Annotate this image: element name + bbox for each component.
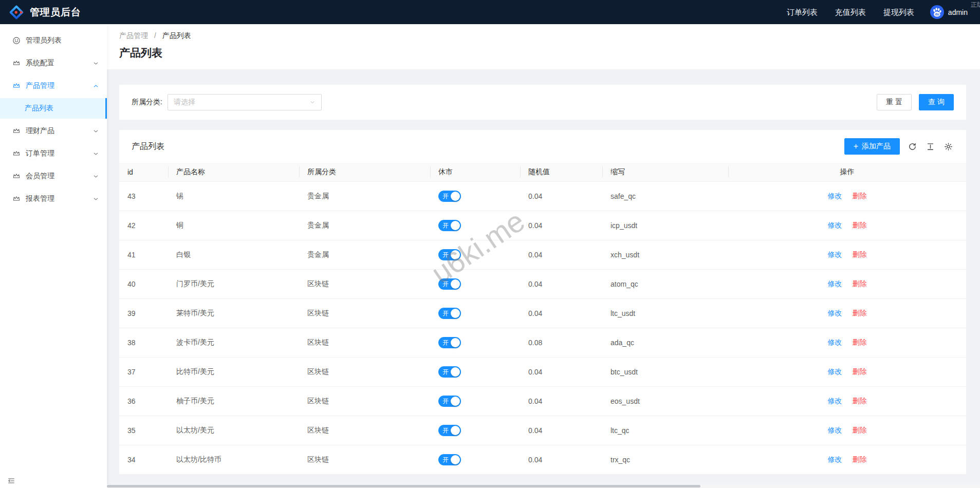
cell-category: 贵金属 <box>299 211 430 240</box>
col-header-random: 随机值 <box>520 163 602 182</box>
cell-actions: 修改 删除 <box>728 299 966 328</box>
toggle-knob <box>451 250 460 259</box>
menu-fold-icon[interactable] <box>7 477 15 485</box>
settings-gear-icon[interactable] <box>943 141 954 152</box>
horizontal-scrollbar <box>107 484 980 488</box>
delete-link[interactable]: 删除 <box>852 426 866 434</box>
chevron-down-icon <box>93 151 99 157</box>
delete-link[interactable]: 删除 <box>852 455 866 463</box>
market-toggle[interactable]: 开 <box>438 308 461 319</box>
toggle-on-label: 开 <box>442 425 449 436</box>
delete-link[interactable]: 删除 <box>852 367 866 376</box>
user-menu[interactable]: du admin <box>923 5 973 19</box>
cell-random-value: 0.04 <box>520 211 602 240</box>
delete-link[interactable]: 删除 <box>852 397 866 405</box>
scrollbar-thumb[interactable] <box>107 485 700 487</box>
page-header: 产品管理 / 产品列表 产品列表 <box>107 24 980 69</box>
sidebar-item-report-management[interactable]: 报表管理 <box>0 189 107 209</box>
market-toggle[interactable]: 开 <box>438 366 461 378</box>
table-toolbar: 产品列表 + 添加产品 <box>119 130 966 163</box>
reload-icon[interactable] <box>907 141 918 152</box>
breadcrumb-parent[interactable]: 产品管理 <box>119 31 148 40</box>
col-header-id: id <box>119 163 168 182</box>
edit-link[interactable]: 修改 <box>828 309 842 317</box>
cell-random-value: 0.04 <box>520 299 602 328</box>
delete-link[interactable]: 删除 <box>852 309 866 317</box>
category-select[interactable]: 请选择 <box>168 94 322 110</box>
add-product-label: 添加产品 <box>862 142 891 151</box>
sidebar-item-system-config[interactable]: 系统配置 <box>0 53 107 73</box>
cell-abbreviation: safe_qc <box>602 182 728 211</box>
market-toggle[interactable]: 开 <box>438 337 461 348</box>
cell-category: 区块链 <box>299 416 430 445</box>
edit-link[interactable]: 修改 <box>828 250 842 258</box>
cell-random-value: 0.08 <box>520 328 602 358</box>
nav-link-orders[interactable]: 订单列表 <box>778 0 826 24</box>
market-toggle[interactable]: 开 <box>438 454 461 465</box>
cell-market: 开 <box>430 182 520 211</box>
col-header-abbr: 缩写 <box>602 163 728 182</box>
reset-button[interactable]: 重 置 <box>877 94 912 110</box>
sidebar-item-financial-products[interactable]: 理财产品 <box>0 121 107 141</box>
market-toggle[interactable]: 开 <box>438 249 461 260</box>
delete-link[interactable]: 删除 <box>852 192 866 200</box>
cell-abbreviation: ltc_usdt <box>602 299 728 328</box>
edit-link[interactable]: 修改 <box>828 338 842 346</box>
sidebar-item-product-management[interactable]: 产品管理 <box>0 76 107 96</box>
select-placeholder: 请选择 <box>174 98 195 107</box>
cell-category: 区块链 <box>299 358 430 387</box>
edit-link[interactable]: 修改 <box>828 279 842 288</box>
edit-link[interactable]: 修改 <box>828 192 842 200</box>
col-header-actions: 操作 <box>728 163 966 182</box>
cell-market: 开 <box>430 416 520 445</box>
toggle-on-label: 开 <box>442 366 449 378</box>
cell-random-value: 0.04 <box>520 240 602 270</box>
cell-abbreviation: atom_qc <box>602 270 728 299</box>
cell-id: 40 <box>119 270 168 299</box>
sidebar-item-product-list[interactable]: 产品列表 <box>0 98 107 119</box>
cell-abbreviation: ada_qc <box>602 328 728 358</box>
category-filter-label: 所属分类: <box>132 98 162 107</box>
cell-actions: 修改 删除 <box>728 358 966 387</box>
delete-link[interactable]: 删除 <box>852 338 866 346</box>
delete-link[interactable]: 删除 <box>852 279 866 288</box>
edit-link[interactable]: 修改 <box>828 455 842 463</box>
edit-link[interactable]: 修改 <box>828 397 842 405</box>
search-button[interactable]: 查 询 <box>919 94 954 110</box>
crown-icon <box>12 172 21 180</box>
sidebar-item-order-management[interactable]: 订单管理 <box>0 143 107 164</box>
cell-id: 38 <box>119 328 168 358</box>
toggle-on-label: 开 <box>442 337 449 348</box>
edit-link[interactable]: 修改 <box>828 221 842 229</box>
cell-actions: 修改 删除 <box>728 270 966 299</box>
cell-product-name: 门罗币/美元 <box>168 270 299 299</box>
cell-random-value: 0.04 <box>520 445 602 475</box>
sidebar-item-member-management[interactable]: 会员管理 <box>0 166 107 186</box>
edit-link[interactable]: 修改 <box>828 367 842 376</box>
delete-link[interactable]: 删除 <box>852 221 866 229</box>
cell-abbreviation: trx_qc <box>602 445 728 475</box>
content-area: 产品管理 / 产品列表 产品列表 所属分类: 请选择 重 置 查 询 产品列表 <box>107 24 980 488</box>
app-title: 管理员后台 <box>30 6 81 19</box>
add-product-button[interactable]: + 添加产品 <box>844 138 900 155</box>
market-toggle[interactable]: 开 <box>438 220 461 231</box>
market-toggle[interactable]: 开 <box>438 278 461 290</box>
column-height-icon[interactable] <box>925 141 936 152</box>
products-table: id 产品名称 所属分类 休市 随机值 缩写 操作 43 锡 贵金属 开 0. <box>119 163 966 475</box>
chevron-down-icon <box>93 61 99 66</box>
toolbar-actions: + 添加产品 <box>844 138 954 155</box>
table-card-title: 产品列表 <box>132 141 164 152</box>
table-row: 42 铜 贵金属 开 0.04 icp_usdt 修改 删除 <box>119 211 966 240</box>
cell-product-name: 白银 <box>168 240 299 270</box>
edit-link[interactable]: 修改 <box>828 426 842 434</box>
cell-product-name: 锡 <box>168 182 299 211</box>
market-toggle[interactable]: 开 <box>438 191 461 202</box>
market-toggle[interactable]: 开 <box>438 425 461 436</box>
cell-category: 贵金属 <box>299 240 430 270</box>
nav-link-recharge[interactable]: 充值列表 <box>826 0 875 24</box>
delete-link[interactable]: 删除 <box>852 250 866 258</box>
toggle-knob <box>451 309 460 318</box>
market-toggle[interactable]: 开 <box>438 396 461 407</box>
sidebar-item-admin-list[interactable]: 管理员列表 <box>0 30 107 51</box>
nav-link-withdraw[interactable]: 提现列表 <box>875 0 923 24</box>
